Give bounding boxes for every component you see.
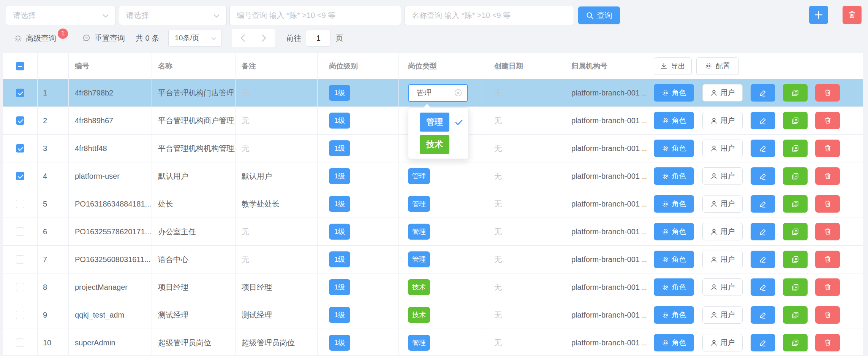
row-checkbox[interactable]	[16, 311, 24, 319]
edit-button[interactable]	[751, 195, 775, 213]
copy-button[interactable]	[783, 167, 808, 185]
delete-button[interactable]	[815, 167, 840, 185]
delete-button[interactable]	[815, 140, 840, 157]
org-select[interactable]: 请选择	[6, 6, 116, 25]
role-button[interactable]: 角色	[654, 251, 694, 268]
copy-button[interactable]	[783, 84, 808, 102]
role-button[interactable]: 角色	[654, 278, 694, 296]
user-button[interactable]: 用户	[702, 334, 743, 351]
user-button-label: 用户	[721, 310, 735, 320]
row-checkbox[interactable]	[16, 283, 24, 291]
delete-selected-button[interactable]	[843, 6, 862, 24]
export-button-label: 导出	[671, 61, 685, 71]
copy-button[interactable]	[783, 112, 808, 129]
name-search-input[interactable]: 名称查询 输入 *陈* >10 <9 等	[405, 6, 574, 25]
edit-button[interactable]	[751, 112, 775, 129]
copy-button[interactable]	[783, 195, 808, 213]
delete-button[interactable]	[815, 112, 840, 129]
edit-button[interactable]	[751, 223, 775, 240]
row-checkbox[interactable]	[16, 89, 24, 97]
header-checkbox-cell	[3, 53, 38, 79]
delete-button[interactable]	[815, 278, 840, 296]
user-button[interactable]: 用户	[702, 306, 743, 324]
select-all-checkbox[interactable]	[16, 62, 24, 70]
role-button[interactable]: 角色	[654, 167, 694, 185]
edit-button[interactable]	[751, 84, 775, 102]
prev-page-button[interactable]	[232, 34, 253, 42]
dept-select[interactable]: 请选择	[119, 6, 227, 25]
page-size-select[interactable]: 10条/页	[168, 30, 221, 47]
copy-button[interactable]	[783, 140, 808, 157]
chevron-down-icon	[103, 11, 109, 20]
edit-button[interactable]	[751, 251, 775, 268]
role-button[interactable]: 角色	[654, 223, 694, 240]
user-button[interactable]: 用户	[702, 223, 743, 240]
person-icon	[710, 200, 718, 208]
user-button[interactable]: 用户	[702, 251, 743, 268]
role-button[interactable]: 角色	[654, 306, 694, 324]
delete-button[interactable]	[815, 306, 840, 324]
delete-button[interactable]	[815, 334, 840, 351]
edit-button[interactable]	[751, 306, 775, 324]
copy-icon	[791, 117, 799, 125]
row-name: 处长	[152, 190, 236, 218]
header-type: 岗位类型	[399, 53, 482, 79]
export-button[interactable]: 导出	[654, 57, 692, 75]
edit-button[interactable]	[751, 140, 775, 157]
dropdown-option[interactable]: 技术	[408, 135, 468, 154]
row-checkbox[interactable]	[16, 255, 24, 264]
copy-button[interactable]	[783, 334, 808, 351]
actions-cell: 角色 用户	[647, 107, 863, 134]
role-button[interactable]: 角色	[654, 334, 694, 351]
copy-button[interactable]	[783, 306, 808, 324]
edit-button[interactable]	[751, 278, 775, 296]
level-tag: 1级	[329, 335, 350, 351]
user-button[interactable]: 用户	[702, 195, 743, 213]
role-button[interactable]: 角色	[654, 140, 694, 157]
row-checkbox[interactable]	[16, 200, 24, 208]
user-button[interactable]: 用户	[702, 112, 743, 129]
goto-page-input[interactable]: 1	[306, 30, 331, 47]
row-checkbox[interactable]	[16, 227, 24, 236]
edit-button[interactable]	[751, 334, 775, 351]
copy-button[interactable]	[783, 223, 808, 240]
reset-search-link[interactable]: 重置查询	[95, 33, 125, 43]
row-index: 2	[38, 107, 69, 134]
dropdown-option[interactable]: 管理	[408, 113, 468, 132]
user-button-label: 用户	[721, 338, 735, 348]
delete-button[interactable]	[815, 195, 840, 213]
delete-button[interactable]	[815, 223, 840, 240]
next-page-button[interactable]	[253, 34, 275, 42]
type-select-editor[interactable]: 管理	[408, 84, 468, 102]
role-button[interactable]: 角色	[654, 112, 694, 129]
add-button[interactable]	[809, 6, 828, 24]
delete-button[interactable]	[815, 251, 840, 268]
delete-button[interactable]	[815, 84, 840, 102]
edit-button[interactable]	[751, 167, 775, 185]
actions-cell: 角色 用户	[647, 79, 863, 106]
copy-button[interactable]	[783, 278, 808, 296]
row-checkbox[interactable]	[16, 339, 24, 347]
row-checkbox[interactable]	[16, 144, 24, 153]
user-button[interactable]: 用户	[702, 140, 743, 157]
level-tag: 1级	[329, 279, 350, 295]
role-button[interactable]: 角色	[654, 84, 694, 102]
user-button[interactable]: 用户	[702, 167, 743, 185]
circle-x-icon[interactable]	[454, 88, 463, 97]
code-search-input[interactable]: 编号查询 输入 *陈* >10 <9 等	[229, 6, 401, 25]
row-name: 超级管理员岗位	[152, 329, 236, 355]
copy-button[interactable]	[783, 251, 808, 268]
user-button[interactable]: 用户	[702, 84, 743, 102]
search-button[interactable]: 查询	[578, 6, 620, 24]
row-name: 测试经理	[152, 301, 236, 329]
row-code: 4fr8h89h67	[69, 107, 152, 134]
checkbox-cell	[3, 190, 38, 218]
config-button[interactable]: 配置	[696, 57, 739, 75]
user-button[interactable]: 用户	[702, 278, 743, 296]
advanced-search-link[interactable]: 高级查询	[26, 33, 56, 43]
header-name: 名称	[152, 53, 236, 79]
role-button[interactable]: 角色	[654, 195, 694, 213]
row-checkbox[interactable]	[16, 116, 24, 125]
check-icon	[454, 117, 464, 127]
row-checkbox[interactable]	[16, 172, 24, 180]
